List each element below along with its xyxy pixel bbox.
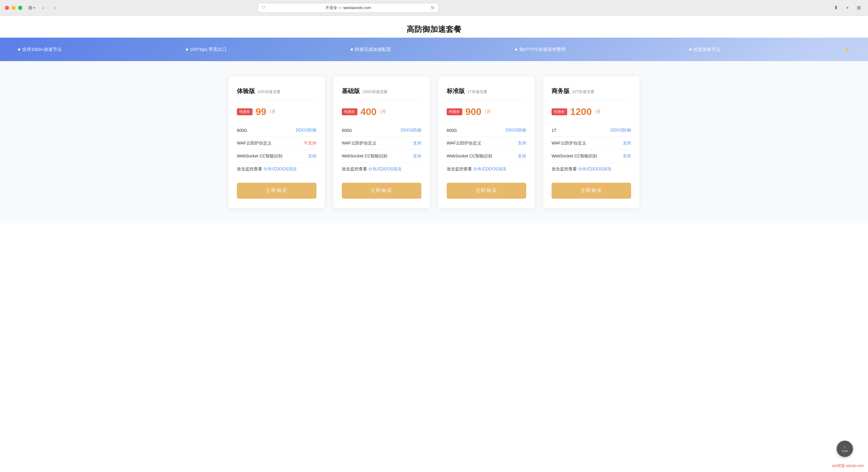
waf-label-2: WAF云防护自定义: [447, 141, 481, 146]
arrow-up-icon: ↑: [844, 445, 846, 449]
plan-traffic-3: 10T加速流量: [572, 89, 594, 95]
ddos-row-3: 1T DDOS防御: [552, 124, 631, 137]
reload-button[interactable]: ↻: [431, 5, 435, 10]
plan-header-1: 基础版 100G加速流量: [342, 87, 421, 101]
attack-label-2: 攻击监控查看: [447, 166, 472, 172]
feature-item-2: 100Tbps 带宽出口: [186, 47, 227, 53]
badge-0: 特惠价: [237, 108, 253, 115]
bullet-3: [351, 48, 353, 50]
attack-label-0: 攻击监控查看: [237, 166, 262, 172]
buy-button-3[interactable]: 立即购买: [552, 183, 631, 199]
ddos-amount-2: 600G: [447, 128, 457, 133]
websocket-val-1: 支持: [413, 154, 421, 159]
attack-row-2: 攻击监控查看 分布式DDOS清洗: [447, 163, 526, 175]
ddos-row-0: 600G DDOS防御: [237, 124, 316, 137]
websocket-row-2: WebSocket CC智能识别 支持: [447, 150, 526, 163]
websocket-row-1: WebSocket CC智能识别 支持: [342, 150, 421, 163]
ddos-label-2: DDOS防御: [506, 128, 526, 133]
websocket-label-1: WebSocket CC智能识别: [342, 154, 387, 159]
waf-row-1: WAF云防护自定义 支持: [342, 137, 421, 150]
close-button[interactable]: [5, 6, 9, 10]
websocket-val-2: 支持: [518, 154, 526, 159]
browser-actions: ⬆ + ⊞: [832, 4, 863, 12]
waf-val-2: 支持: [518, 141, 526, 146]
ddos-amount-1: 600G: [342, 128, 352, 133]
waf-row-0: WAF云防护自定义 不支持: [237, 137, 316, 150]
traffic-lights: [5, 6, 22, 10]
plan-card-0: 体验版 10G加速流量 特惠价 99 /月 600G DDOS防御 WAF云防护…: [228, 76, 325, 208]
waf-row-3: WAF云防护自定义 支持: [552, 137, 631, 150]
bullet-4: [515, 48, 517, 50]
attack-link-1[interactable]: 分布式DDOS清洗: [368, 166, 401, 172]
feature-banner: 全球1000+加速节点 100Tbps 带宽出口 快速完成加速配置 免HTTPS…: [0, 38, 868, 61]
price-row-1: 特惠价 400 /月: [342, 106, 421, 117]
websocket-row-0: WebSocket CC智能识别 支持: [237, 150, 316, 163]
maximize-button[interactable]: [18, 6, 22, 10]
price-unit-1: /月: [380, 109, 386, 115]
feature-item-3: 快速完成加速配置: [351, 47, 391, 53]
arrow-icon: ➤: [844, 45, 850, 53]
attack-label-1: 攻击监控查看: [342, 166, 367, 172]
page-title: 高防御加速套餐: [0, 15, 868, 38]
price-unit-0: /月: [270, 109, 276, 115]
ddos-row-1: 600G DDOS防御: [342, 124, 421, 137]
waf-label-3: WAF云防护自定义: [552, 141, 586, 146]
attack-label-3: 攻击监控查看: [552, 166, 577, 172]
bullet-1: [18, 48, 20, 50]
url-text: 不安全 — weixiaocdn.com: [268, 5, 429, 10]
new-tab-button[interactable]: +: [843, 4, 852, 12]
price-unit-3: /月: [595, 109, 601, 115]
back-button[interactable]: ‹: [39, 4, 47, 12]
websocket-label-2: WebSocket CC智能识别: [447, 154, 492, 159]
plan-traffic-1: 100G加速流量: [362, 89, 388, 95]
bullet-2: [186, 48, 188, 50]
plan-traffic-0: 10G加速流量: [257, 89, 281, 95]
price-row-0: 特惠价 99 /月: [237, 106, 316, 117]
feature-item-4: 免HTTPS加速请求费用: [515, 47, 565, 53]
plan-header-0: 体验版 10G加速流量: [237, 87, 316, 101]
back-to-top-button[interactable]: ↑ TOP: [837, 441, 853, 457]
plan-name-0: 体验版: [237, 87, 255, 95]
waf-row-2: WAF云防护自定义 支持: [447, 137, 526, 150]
ddos-label-3: DDOS防御: [611, 128, 631, 133]
websocket-val-0: 支持: [308, 154, 316, 159]
plan-header-2: 标准版 1T加速流量: [447, 87, 526, 101]
sidebar-toggle[interactable]: ⊞ ▾: [28, 5, 35, 10]
security-icon: 🛡: [261, 5, 266, 10]
share-button[interactable]: ⬆: [832, 4, 840, 12]
feature-text-1: 全球1000+加速节点: [22, 47, 62, 53]
waf-val-3: 支持: [623, 141, 631, 146]
plan-name-3: 商务版: [552, 87, 569, 95]
websocket-row-3: WebSocket CC智能识别 支持: [552, 150, 631, 163]
feature-item-1: 全球1000+加速节点: [18, 47, 62, 53]
tab-grid-button[interactable]: ⊞: [855, 4, 863, 12]
feature-text-5: 优质加速节点: [693, 47, 720, 53]
waf-val-1: 支持: [413, 141, 421, 146]
buy-button-2[interactable]: 立即购买: [447, 183, 526, 199]
websocket-val-3: 支持: [623, 154, 631, 159]
attack-link-0[interactable]: 分布式DDOS清洗: [264, 166, 297, 172]
waf-val-0: 不支持: [304, 141, 316, 146]
plan-card-3: 商务版 10T加速流量 特惠价 1200 /月 1T DDOS防御 WAF云防护…: [543, 76, 640, 208]
bullet-5: [689, 48, 691, 50]
ddos-label-0: DDOS防御: [296, 128, 316, 133]
address-bar[interactable]: 🛡 不安全 — weixiaocdn.com ↻: [258, 3, 438, 13]
attack-row-3: 攻击监控查看 分布式DDOS清洗: [552, 163, 631, 175]
brand-text: vps联盟 vpsvip.com: [832, 464, 864, 468]
plan-card-2: 标准版 1T加速流量 特惠价 900 /月 600G DDOS防御 WAF云防护…: [438, 76, 535, 208]
ddos-amount-3: 1T: [552, 128, 556, 133]
footer-brand: vps联盟 vpsvip.com: [832, 463, 864, 468]
forward-button[interactable]: ›: [51, 4, 59, 12]
price-unit-2: /月: [485, 109, 491, 115]
feature-item-5: 优质加速节点: [689, 47, 720, 53]
plan-traffic-2: 1T加速流量: [467, 89, 487, 95]
buy-button-1[interactable]: 立即购买: [342, 183, 421, 199]
attack-link-3[interactable]: 分布式DDOS清洗: [578, 166, 611, 172]
minimize-button[interactable]: [11, 6, 16, 10]
price-row-2: 特惠价 900 /月: [447, 106, 526, 117]
attack-link-2[interactable]: 分布式DDOS清洗: [473, 166, 506, 172]
plan-name-1: 基础版: [342, 87, 360, 95]
buy-button-0[interactable]: 立即购买: [237, 183, 316, 199]
page-content: 高防御加速套餐 全球1000+加速节点 100Tbps 带宽出口 快速完成加速配…: [0, 15, 868, 472]
badge-1: 特惠价: [342, 108, 358, 115]
